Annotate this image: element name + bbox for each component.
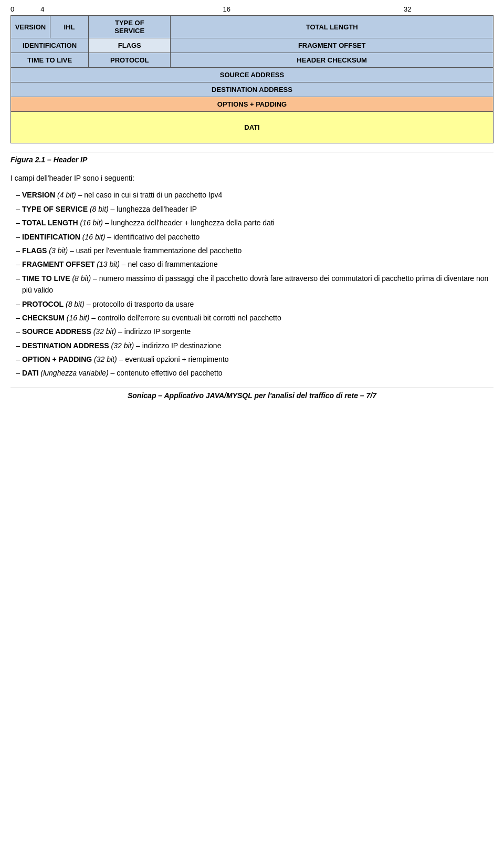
header-checksum-cell: HEADER CHECKSUM bbox=[171, 53, 494, 68]
version-cell: VERSION bbox=[11, 16, 50, 38]
item-identification: IDENTIFICATION (16 bit) – identificativo… bbox=[22, 231, 494, 243]
list-item: – TIME TO LIVE (8 bit) – numero massimo … bbox=[10, 273, 494, 296]
item-source-address: SOURCE ADDRESS (32 bit) – indirizzo IP s… bbox=[22, 326, 494, 337]
dash: – bbox=[10, 258, 20, 270]
dash: – bbox=[10, 353, 20, 365]
dash: – bbox=[10, 231, 20, 243]
list-item: – OPTION + PADDING (32 bit) – eventuali … bbox=[10, 353, 494, 365]
identification-cell: IDENTIFICATION bbox=[11, 38, 89, 53]
description-section: I campi dell'header IP sono i seguenti: … bbox=[10, 172, 494, 379]
list-item: – TYPE OF SERVICE (8 bit) – lunghezza de… bbox=[10, 203, 494, 215]
options-padding-cell: OPTIONS + PADDING bbox=[11, 97, 494, 112]
dash: – bbox=[10, 326, 20, 337]
time-to-live-cell: TIME TO LIVE bbox=[11, 53, 89, 68]
protocol-cell: PROTOCOL bbox=[89, 53, 171, 68]
dash: – bbox=[10, 312, 20, 324]
dash: – bbox=[10, 189, 20, 201]
item-flags: FLAGS (3 bit) – usati per l'eventuale fr… bbox=[22, 245, 494, 256]
dash: – bbox=[10, 298, 20, 310]
list-item: – VERSION (4 bit) – nel caso in cui si t… bbox=[10, 189, 494, 201]
ruler-16: 16 bbox=[223, 5, 230, 13]
description-intro: I campi dell'header IP sono i seguenti: bbox=[10, 172, 494, 184]
item-destination-address: DESTINATION ADDRESS (32 bit) – indirizzo… bbox=[22, 340, 494, 351]
table-row: DATI bbox=[11, 112, 494, 143]
list-item: – TOTAL LENGTH (16 bit) – lunghezza dell… bbox=[10, 217, 494, 228]
flags-cell: FLAGS bbox=[89, 38, 171, 53]
list-item: – FLAGS (3 bit) – usati per l'eventuale … bbox=[10, 245, 494, 256]
table-row: DESTINATION ADDRESS bbox=[11, 82, 494, 97]
bit-ruler: 0 4 16 32 bbox=[10, 5, 494, 13]
table-row: IDENTIFICATION FLAGS FRAGMENT OFFSET bbox=[11, 38, 494, 53]
destination-address-cell: DESTINATION ADDRESS bbox=[11, 82, 494, 97]
item-version: VERSION (4 bit) – nel caso in cui si tra… bbox=[22, 189, 494, 201]
total-length-cell: TOTAL LENGTH bbox=[171, 16, 494, 38]
item-dati: DATI (lunghezza variabile) – contenuto e… bbox=[22, 367, 494, 379]
dash: – bbox=[10, 203, 20, 215]
item-time-to-live: TIME TO LIVE (8 bit) – numero massimo di… bbox=[22, 273, 494, 296]
list-item: – DESTINATION ADDRESS (32 bit) – indiriz… bbox=[10, 340, 494, 351]
dash: – bbox=[10, 273, 20, 296]
list-item: – IDENTIFICATION (16 bit) – identificati… bbox=[10, 231, 494, 243]
list-item: – DATI (lunghezza variabile) – contenuto… bbox=[10, 367, 494, 379]
table-row: TIME TO LIVE PROTOCOL HEADER CHECKSUM bbox=[11, 53, 494, 68]
item-type-of-service: TYPE OF SERVICE (8 bit) – lunghezza dell… bbox=[22, 203, 494, 215]
item-option-padding: OPTION + PADDING (32 bit) – eventuali op… bbox=[22, 353, 494, 365]
ruler-0: 0 bbox=[10, 5, 14, 13]
list-item: – CHECKSUM (16 bit) – controllo dell'err… bbox=[10, 312, 494, 324]
table-row: VERSION IHL TYPE OFSERVICE TOTAL LENGTH bbox=[11, 16, 494, 38]
item-checksum: CHECKSUM (16 bit) – controllo dell'error… bbox=[22, 312, 494, 324]
item-protocol: PROTOCOL (8 bit) – protocollo di traspor… bbox=[22, 298, 494, 310]
type-of-service-cell: TYPE OFSERVICE bbox=[89, 16, 171, 38]
table-row: SOURCE ADDRESS bbox=[11, 68, 494, 82]
ihl-cell: IHL bbox=[50, 16, 88, 38]
dash: – bbox=[10, 245, 20, 256]
dati-cell: DATI bbox=[11, 112, 494, 143]
item-fragment-offset: FRAGMENT OFFSET (13 bit) – nel caso di f… bbox=[22, 258, 494, 270]
dash: – bbox=[10, 217, 20, 228]
page: 0 4 16 32 VERSION IHL TYPE OFSERVICE TOT… bbox=[0, 0, 504, 410]
figure-caption: Figura 2.1 – Header IP bbox=[10, 152, 494, 164]
ruler-4: 4 bbox=[40, 5, 44, 13]
item-total-length: TOTAL LENGTH (16 bit) – lunghezza dell'h… bbox=[22, 217, 494, 228]
list-item: – PROTOCOL (8 bit) – protocollo di trasp… bbox=[10, 298, 494, 310]
ip-header-table: VERSION IHL TYPE OFSERVICE TOTAL LENGTH … bbox=[10, 15, 494, 143]
ruler-32: 32 bbox=[404, 5, 411, 13]
table-row: OPTIONS + PADDING bbox=[11, 97, 494, 112]
dash: – bbox=[10, 340, 20, 351]
dash: – bbox=[10, 367, 20, 379]
footer: Sonicap – Applicativo JAVA/MYSQL per l'a… bbox=[10, 388, 494, 400]
source-address-cell: SOURCE ADDRESS bbox=[11, 68, 494, 82]
list-item: – SOURCE ADDRESS (32 bit) – indirizzo IP… bbox=[10, 326, 494, 337]
fragment-offset-cell: FRAGMENT OFFSET bbox=[171, 38, 494, 53]
list-item: – FRAGMENT OFFSET (13 bit) – nel caso di… bbox=[10, 258, 494, 270]
